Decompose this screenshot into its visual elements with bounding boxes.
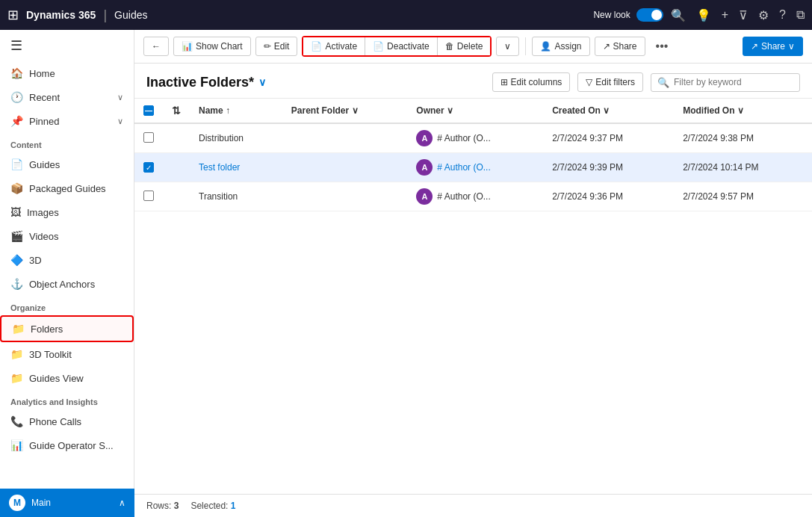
share-button[interactable]: ↗ Share bbox=[595, 37, 645, 56]
sidebar-item-packaged-guides[interactable]: 📦 Packaged Guides bbox=[0, 176, 134, 200]
filter-icon[interactable]: ⊽ bbox=[739, 8, 748, 22]
header-modified-on[interactable]: Modified On ∨ bbox=[674, 99, 812, 123]
recent-icon: 🕐 bbox=[10, 91, 23, 103]
assign-icon: 👤 bbox=[540, 41, 551, 52]
activate-label: Activate bbox=[325, 41, 357, 52]
view-header: Inactive Folders* ∨ ⊞ Edit columns ▽ Edi… bbox=[134, 64, 812, 99]
nav-icons: 🔍 💡 + ⊽ ⚙ ? ⧉ bbox=[671, 8, 805, 22]
sidebar-item-pinned[interactable]: 📌 Pinned ∨ bbox=[0, 109, 134, 133]
row-checkbox[interactable] bbox=[143, 191, 154, 201]
top-nav: ⊞ Dynamics 365 | Guides New look 🔍 💡 + ⊽… bbox=[0, 0, 812, 30]
table-header-row: — ⇅ Name ↑ Parent Folder ∨ Owner ∨ Creat… bbox=[134, 99, 812, 123]
owner-name: # Author (O... bbox=[437, 133, 490, 143]
add-icon[interactable]: + bbox=[722, 8, 728, 22]
sidebar-item-home[interactable]: 🏠 Home bbox=[0, 61, 134, 85]
3d-toolkit-icon: 📁 bbox=[10, 348, 23, 360]
table-container: — ⇅ Name ↑ Parent Folder ∨ Owner ∨ Creat… bbox=[134, 99, 812, 494]
sidebar-item-images[interactable]: 🖼 Images bbox=[0, 200, 134, 224]
filter-keyword-input[interactable] bbox=[674, 77, 793, 87]
header-checkbox[interactable]: — bbox=[134, 99, 163, 123]
app-grid-icon[interactable]: ⊞ bbox=[7, 7, 19, 23]
edit-columns-icon: ⊞ bbox=[500, 77, 508, 87]
deactivate-button[interactable]: 📄 Deactivate bbox=[365, 37, 438, 55]
row-parent-cell bbox=[282, 182, 408, 211]
assign-label: Assign bbox=[554, 41, 581, 52]
search-icon[interactable]: 🔍 bbox=[671, 8, 686, 22]
row-name-cell: Test folder bbox=[190, 153, 282, 182]
sidebar-item-guides-view[interactable]: 📁 Guides View bbox=[0, 366, 134, 390]
edit-filters-button[interactable]: ▽ Edit filters bbox=[577, 72, 643, 92]
folder-link[interactable]: Test folder bbox=[199, 162, 240, 173]
edit-columns-button[interactable]: ⊞ Edit columns bbox=[492, 72, 571, 92]
window-icon[interactable]: ⧉ bbox=[796, 8, 805, 22]
videos-icon: 🎬 bbox=[10, 230, 23, 242]
edit-icon: ✏ bbox=[264, 41, 271, 52]
table-footer: Rows: 3 Selected: 1 bbox=[134, 494, 812, 517]
row-name-cell: Distribution bbox=[190, 123, 282, 153]
row-checkbox-cell[interactable]: ✓ bbox=[134, 153, 163, 182]
lightbulb-icon[interactable]: 💡 bbox=[696, 8, 711, 22]
edit-button[interactable]: ✏ Edit bbox=[255, 37, 298, 56]
brand-name: Dynamics 365 bbox=[26, 9, 96, 21]
sidebar-item-label: Recent bbox=[29, 92, 60, 103]
help-icon[interactable]: ? bbox=[779, 8, 786, 22]
sidebar-item-label: Images bbox=[27, 207, 59, 218]
delete-button[interactable]: 🗑 Delete bbox=[438, 37, 491, 55]
header-parent-folder[interactable]: Parent Folder ∨ bbox=[282, 99, 408, 123]
3d-icon: 🔷 bbox=[10, 254, 23, 266]
user-bar-container: M Main ∧ bbox=[0, 489, 134, 517]
settings-icon[interactable]: ⚙ bbox=[758, 8, 769, 22]
header-created-on[interactable]: Created On ∨ bbox=[543, 99, 674, 123]
owner-link[interactable]: # Author (O... bbox=[437, 162, 490, 173]
folders-table: — ⇅ Name ↑ Parent Folder ∨ Owner ∨ Creat… bbox=[134, 99, 812, 211]
hamburger-icon[interactable]: ☰ bbox=[0, 30, 134, 61]
sidebar-item-object-anchors[interactable]: ⚓ Object Anchors bbox=[0, 272, 134, 296]
sidebar-item-recent[interactable]: 🕐 Recent ∨ bbox=[0, 85, 134, 109]
row-checkbox[interactable] bbox=[143, 132, 154, 143]
sidebar-item-phone-calls[interactable]: 📞 Phone Calls bbox=[0, 409, 134, 433]
sidebar-item-label: Object Anchors bbox=[29, 279, 95, 290]
row-modified-cell: 2/7/2024 10:14 PM bbox=[674, 153, 812, 182]
sidebar-item-guide-operator[interactable]: 📊 Guide Operator S... bbox=[0, 433, 134, 457]
rows-count: 3 bbox=[174, 501, 179, 511]
header-name[interactable]: Name ↑ bbox=[190, 99, 282, 123]
expand-icon: ∨ bbox=[117, 93, 123, 102]
sidebar-item-videos[interactable]: 🎬 Videos bbox=[0, 224, 134, 248]
more-options-button[interactable]: ••• bbox=[650, 37, 675, 56]
assign-button[interactable]: 👤 Assign bbox=[532, 37, 589, 56]
header-owner[interactable]: Owner ∨ bbox=[407, 99, 543, 123]
guides-icon: 📄 bbox=[10, 158, 23, 170]
owner-avatar: A bbox=[416, 159, 433, 176]
folder-name: Transition bbox=[199, 191, 238, 202]
sidebar-item-guides[interactable]: 📄 Guides bbox=[0, 152, 134, 176]
sidebar-item-label: Guides bbox=[29, 159, 60, 170]
sidebar-item-folders[interactable]: 📁 Folders bbox=[0, 315, 134, 342]
activate-button[interactable]: 📄 Activate bbox=[303, 37, 365, 55]
view-title-dropdown[interactable]: ∨ bbox=[258, 76, 266, 88]
owner-name: # Author (O... bbox=[437, 191, 490, 202]
dropdown-more-button[interactable]: ∨ bbox=[496, 37, 519, 56]
sidebar-item-3d[interactable]: 🔷 3D bbox=[0, 248, 134, 272]
share-primary-button[interactable]: ↗ Share ∨ bbox=[743, 37, 803, 56]
edit-label: Edit bbox=[274, 41, 290, 52]
folder-name: Distribution bbox=[199, 133, 244, 143]
row-checkbox-cell[interactable] bbox=[134, 182, 163, 211]
sidebar-item-label: Videos bbox=[29, 231, 59, 242]
new-look-switch[interactable] bbox=[636, 8, 663, 22]
new-look-toggle: New look bbox=[593, 8, 663, 22]
select-all-checkbox[interactable]: — bbox=[143, 105, 154, 116]
row-checkbox-cell[interactable] bbox=[134, 123, 163, 153]
show-chart-button[interactable]: 📊 Show Chart bbox=[173, 37, 251, 56]
operator-icon: 📊 bbox=[10, 439, 23, 451]
toolbar-sep bbox=[525, 37, 526, 55]
selected-count: 1 bbox=[231, 501, 236, 511]
user-bar[interactable]: M Main ∧ bbox=[0, 489, 134, 517]
sidebar-section-organize: Organize bbox=[0, 296, 134, 315]
sidebar-section-content: Content bbox=[0, 133, 134, 152]
main-layout: ☰ 🏠 Home 🕐 Recent ∨ 📌 Pinned ∨ Content 📄… bbox=[0, 30, 812, 517]
sidebar-item-3d-toolkit[interactable]: 📁 3D Toolkit bbox=[0, 342, 134, 366]
sidebar-item-label: Guides View bbox=[29, 373, 84, 384]
sidebar-item-label: Home bbox=[29, 68, 55, 79]
row-checkbox[interactable]: ✓ bbox=[143, 162, 154, 173]
back-button[interactable]: ← bbox=[143, 37, 169, 56]
